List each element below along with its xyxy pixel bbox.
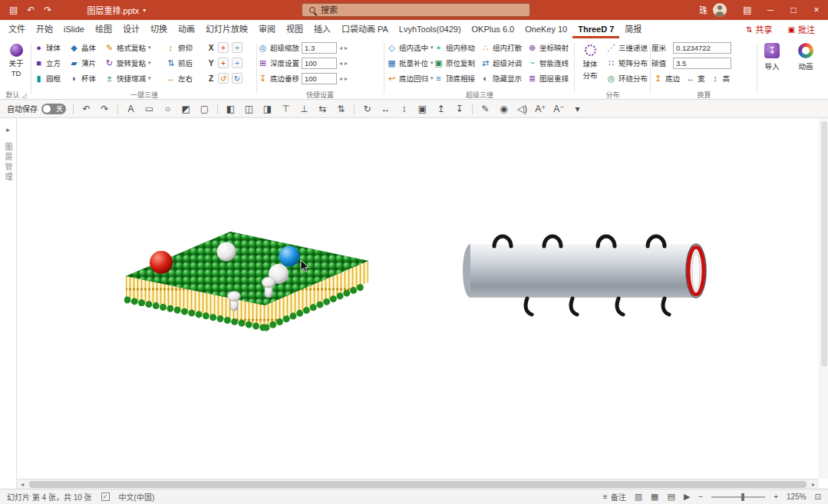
tab-slideshow[interactable]: 幻灯片放映 xyxy=(200,20,253,38)
points-input[interactable] xyxy=(673,58,731,69)
tab-lvyhtools[interactable]: LvyhTools(0429) xyxy=(394,20,467,38)
vertical-scrollbar[interactable] xyxy=(819,118,828,479)
cube-shape-button[interactable]: ■立方 xyxy=(32,55,68,71)
horizontal-scrollbar-thumb[interactable] xyxy=(29,481,807,488)
front-back-button[interactable]: ⇅前后 xyxy=(164,55,207,71)
scroll-left-arrow-icon[interactable]: ◂ xyxy=(17,481,28,488)
tab-home[interactable]: 开始 xyxy=(31,20,58,38)
search-input[interactable] xyxy=(321,5,490,15)
maximize-button[interactable]: □ xyxy=(782,0,805,20)
share-button[interactable]: ⇅ 共享 xyxy=(739,23,779,35)
depth-setting-spinner[interactable]: ◂▸ xyxy=(339,60,348,67)
rotate-icon[interactable]: ↻ xyxy=(361,104,373,114)
ribbon-display-options-icon[interactable]: ▤ xyxy=(736,0,759,20)
axis-z-rotate-right-button[interactable]: ↻ xyxy=(232,73,242,84)
group-scatter-button[interactable]: ∴组内打散 xyxy=(479,40,526,55)
axis-y-plus-button[interactable]: + xyxy=(218,58,229,68)
distribute-horizontal-icon[interactable]: ⇆ xyxy=(317,104,328,114)
horizontal-scrollbar[interactable]: ◂ ▸ xyxy=(17,479,819,489)
tab-transitions[interactable]: 切换 xyxy=(145,20,173,38)
slide-sorter-icon[interactable]: ▦ xyxy=(651,492,658,502)
tab-animations[interactable]: 动画 xyxy=(173,20,200,38)
align-bottom-icon[interactable]: ⊥ xyxy=(299,104,310,114)
three-d-progression-button[interactable]: ⋰三维递进 xyxy=(605,40,649,55)
minimize-button[interactable]: ─ xyxy=(759,0,782,20)
audio-icon[interactable]: ◁) xyxy=(516,104,528,114)
user-avatar[interactable] xyxy=(713,3,727,17)
group-icon[interactable]: ▣ xyxy=(417,104,428,114)
bottom-shift-spinner[interactable]: ◂▸ xyxy=(339,75,348,82)
dropdown-caret-icon[interactable]: ▾ xyxy=(148,75,151,81)
axis-y-divide-button[interactable]: ÷ xyxy=(232,58,242,68)
matrix-distribute-button[interactable]: ∷矩阵分布 xyxy=(605,55,649,71)
zoom-percentage[interactable]: 125% xyxy=(787,492,807,501)
scroll-right-arrow-icon[interactable]: ▸ xyxy=(808,481,819,488)
sphere-distribute-button[interactable]: 球体 分布 xyxy=(576,40,605,87)
tab-file[interactable]: 文件 xyxy=(3,20,31,38)
align-right-icon[interactable]: ◨ xyxy=(262,104,273,114)
group-select-button[interactable]: ◇组内选中▾ xyxy=(385,40,432,55)
tab-onekey[interactable]: OneKey 10 xyxy=(520,20,572,38)
animation-button[interactable]: 动画 xyxy=(792,43,820,87)
membrane-3d-figure[interactable] xyxy=(124,226,385,333)
depth-setting-input[interactable] xyxy=(302,58,337,69)
smart-connect-button[interactable]: ~智能连线 xyxy=(526,55,572,71)
cylinder-3d-figure[interactable] xyxy=(458,233,715,321)
centimeter-input[interactable] xyxy=(673,42,731,54)
document-title[interactable]: 图层重排.pptx ▾ xyxy=(87,4,146,16)
vertical-scrollbar-thumb[interactable] xyxy=(821,121,827,367)
crystal-shape-button[interactable]: ◆晶体 xyxy=(68,40,103,55)
search-box[interactable] xyxy=(302,3,530,17)
sphere-shape-button[interactable]: ●球体 xyxy=(32,40,68,55)
three-d-shape-icon[interactable]: ◉ xyxy=(498,104,510,114)
dialog-launcher-icon[interactable]: ◿ xyxy=(21,92,26,99)
slideshow-icon[interactable]: ▶ xyxy=(684,492,690,502)
bottom-shift-input[interactable] xyxy=(302,73,337,84)
dropdown-caret-icon[interactable]: ▾ xyxy=(148,44,151,51)
tab-threed-7[interactable]: ThreeD 7 xyxy=(572,20,619,38)
title-dropdown-caret-icon[interactable]: ▾ xyxy=(143,7,146,14)
tab-jianbao[interactable]: 简报 xyxy=(619,20,647,38)
super-swap-button[interactable]: ⇄超级对调 xyxy=(479,55,526,71)
notes-button[interactable]: ≡ 备注 xyxy=(603,491,626,502)
axis-x-divide-button[interactable]: ÷ xyxy=(232,42,242,53)
copy-in-place-button[interactable]: ▣原位复制 xyxy=(432,55,479,71)
zoom-slider[interactable] xyxy=(711,496,765,498)
align-left-icon[interactable]: ◧ xyxy=(225,104,236,114)
language-indicator[interactable]: 中文(中国) xyxy=(119,491,155,502)
tab-review[interactable]: 审阅 xyxy=(253,20,281,38)
side-panel-label[interactable]: 图层管理 xyxy=(2,143,14,183)
tab-pocket-animation[interactable]: 口袋动画 PA xyxy=(336,20,394,38)
redo-icon[interactable]: ↷ xyxy=(44,5,51,15)
tab-insert[interactable]: 插入 xyxy=(308,20,336,38)
rotate-paste-button[interactable]: ↻旋转复粘▾ xyxy=(103,55,164,71)
tab-view[interactable]: 视图 xyxy=(281,20,308,38)
fill-color-icon[interactable]: ◩ xyxy=(180,104,192,114)
quick-adjust-button[interactable]: ±快捷增减▾ xyxy=(103,71,164,86)
tab-draw[interactable]: 绘图 xyxy=(90,20,117,38)
zoom-in-button[interactable]: + xyxy=(774,492,778,501)
format-paste-button[interactable]: ✎格式复粘▾ xyxy=(103,40,164,55)
distribute-vertical-icon[interactable]: ⇅ xyxy=(335,104,347,114)
zoom-out-button[interactable]: − xyxy=(698,492,703,501)
undo-icon[interactable]: ↶ xyxy=(81,104,92,114)
bottom-return-button[interactable]: ↩底边回归▾ xyxy=(385,71,432,86)
axis-z-rotate-left-button[interactable]: ↺ xyxy=(218,73,229,84)
cup-shape-button[interactable]: ◗杯体 xyxy=(68,71,103,86)
comments-button[interactable]: ▣ 批注 xyxy=(781,23,822,35)
undo-icon[interactable]: ↶ xyxy=(27,5,35,15)
text-box-icon[interactable]: A xyxy=(125,104,137,114)
about-td-button[interactable]: 关于 TD xyxy=(2,40,31,77)
outline-color-icon[interactable]: ▢ xyxy=(199,104,210,114)
coordinate-map-button[interactable]: ⊕坐标映射 xyxy=(526,40,572,55)
reading-view-icon[interactable]: ▤ xyxy=(667,492,675,502)
flip-vertical-icon[interactable]: ↕ xyxy=(398,104,410,114)
font-decrease-icon[interactable]: A⁻ xyxy=(553,104,565,114)
tab-okplus[interactable]: OKPlus 6.0 xyxy=(467,20,520,38)
layer-reorder-button[interactable]: ≣图层重排 xyxy=(526,71,572,86)
axis-x-plus-button[interactable]: + xyxy=(218,42,229,53)
tab-islide[interactable]: iSlide xyxy=(58,20,90,38)
tab-design[interactable]: 设计 xyxy=(117,20,145,38)
super-zoom-input[interactable] xyxy=(302,42,337,54)
align-top-icon[interactable]: ⊤ xyxy=(280,104,292,114)
